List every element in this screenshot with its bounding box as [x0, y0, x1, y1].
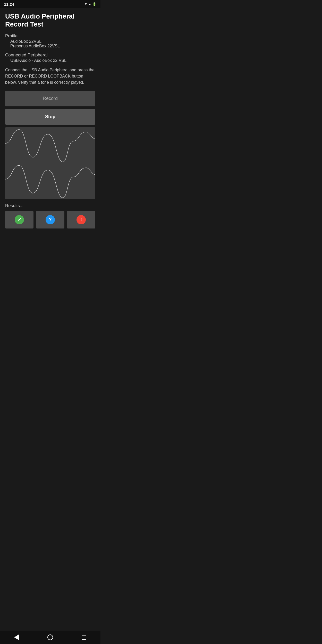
pass-button[interactable]: ✓: [5, 211, 33, 228]
signal-icon: ▲: [88, 2, 91, 6]
page-title: USB Audio Peripheral Record Test: [5, 12, 95, 28]
status-icons: ▼ ▲ 🔋: [84, 2, 96, 6]
peripheral-value: USB-Audio - AudioBox 22 VSL: [5, 58, 95, 63]
stop-button[interactable]: Stop: [5, 109, 95, 125]
profile-line2: Presonus AudioBox 22VSL: [5, 44, 95, 48]
waveform-svg: [5, 127, 95, 199]
unknown-button[interactable]: ?: [36, 211, 64, 228]
profile-line1: AudioBox 22VSL: [5, 39, 95, 44]
unknown-icon: ?: [46, 215, 55, 224]
results-label: Results...: [5, 203, 95, 208]
fail-icon: !: [77, 215, 86, 224]
profile-label: Profile: [5, 33, 95, 39]
record-button[interactable]: Record: [5, 91, 95, 106]
status-time: 11:24: [4, 2, 14, 6]
instruction-text: Connect the USB Audio Peripheral and pre…: [5, 67, 95, 86]
waveform-display: [5, 127, 95, 199]
result-buttons: ✓ ? !: [5, 211, 95, 228]
peripheral-section: Connected Peripheral USB-Audio - AudioBo…: [5, 53, 95, 63]
peripheral-label: Connected Peripheral: [5, 53, 95, 58]
wifi-icon: ▼: [84, 2, 87, 6]
battery-icon: 🔋: [92, 2, 96, 6]
pass-icon: ✓: [15, 215, 24, 224]
status-bar: 11:24 ▼ ▲ 🔋: [0, 0, 100, 8]
fail-button[interactable]: !: [67, 211, 95, 228]
main-content: USB Audio Peripheral Record Test Profile…: [0, 8, 100, 248]
profile-section: Profile AudioBox 22VSL Presonus AudioBox…: [5, 33, 95, 48]
